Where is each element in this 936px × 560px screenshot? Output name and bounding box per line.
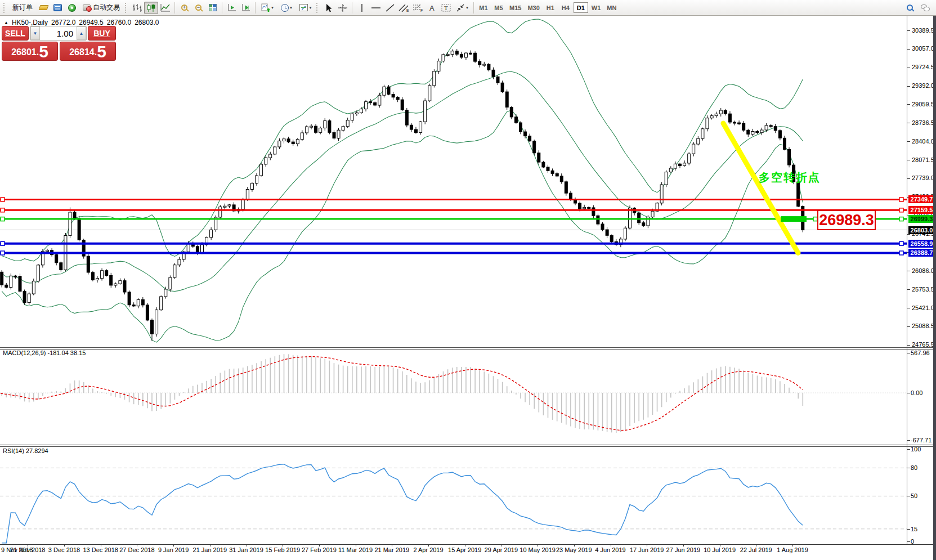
price-tick-label: 28736.5	[912, 119, 934, 126]
template-icon[interactable]: ▾	[296, 2, 315, 14]
price-level-label: 26388.7	[908, 249, 935, 257]
cursor-icon[interactable]	[321, 2, 335, 14]
panel-divider[interactable]	[0, 347, 936, 348]
toolbar-separator	[352, 2, 352, 14]
timeframe-w1[interactable]: W1	[589, 2, 604, 13]
price-tick-label: 30389.5	[912, 27, 934, 34]
price-tick	[907, 49, 910, 50]
channel-icon[interactable]: E	[397, 2, 411, 14]
timeframe-m1[interactable]: M1	[476, 2, 491, 13]
buy-button[interactable]: BUY	[88, 26, 116, 41]
auto-trading-button[interactable]: 自动交易	[79, 2, 124, 14]
sell-price-panel[interactable]: 26801.5	[2, 42, 58, 61]
ohlc-close: 26803.0	[135, 19, 159, 26]
price-callout-box[interactable]: 26989.3	[817, 210, 876, 230]
price-tick	[907, 308, 910, 308]
price-chart[interactable]	[0, 16, 936, 545]
fibonacci-icon[interactable]: F	[411, 2, 425, 14]
macd-tick	[907, 353, 910, 353]
rsi-label: RSI(14) 27.8294	[3, 447, 48, 454]
vertical-line-icon[interactable]	[355, 2, 369, 14]
volume-input[interactable]: 1.00	[40, 26, 77, 40]
add-indicator-icon[interactable]: ▾	[258, 2, 277, 14]
auto-scroll-icon[interactable]	[225, 2, 239, 14]
search-icon[interactable]	[903, 2, 917, 14]
timeframe-m5[interactable]: M5	[491, 2, 506, 13]
timeframe-d1[interactable]: D1	[574, 2, 588, 13]
price-tick-label: 28071.5	[912, 156, 934, 163]
signal-icon[interactable]	[65, 2, 79, 14]
volume-increase-button[interactable]: ▲	[77, 26, 86, 40]
svg-text:F: F	[420, 8, 423, 12]
chat-icon[interactable]	[917, 2, 934, 14]
date-tick-label: 17 Jun 2019	[630, 546, 664, 553]
timeframe-h1[interactable]: H1	[543, 2, 558, 13]
price-tick-label: 26086.0	[912, 267, 934, 274]
text-label-glyph: T	[441, 3, 451, 12]
chart-window[interactable]: ▲ HK50-,Daily 26772.0 26949.5 26760.0 26…	[0, 16, 936, 560]
timeframe-m15[interactable]: M15	[507, 2, 524, 13]
timeframe-h4[interactable]: H4	[558, 2, 573, 13]
date-tick-label: 21 Jan 2019	[193, 546, 227, 553]
bar-chart-glyph	[132, 3, 142, 12]
ohlc-open: 26772.0	[51, 19, 75, 26]
date-tick-label: 13 Dec 2018	[83, 546, 118, 553]
zoom-out-icon[interactable]: −	[191, 2, 205, 14]
line-chart-icon[interactable]	[158, 2, 172, 14]
date-tick-label: 27 Jun 2019	[666, 546, 701, 553]
date-tick-label: 22 Jul 2019	[740, 546, 772, 553]
crosshair-icon[interactable]	[335, 2, 350, 14]
new-order-button[interactable]: 新订单	[8, 2, 37, 14]
volume-decrease-button[interactable]: ▼	[30, 26, 40, 40]
date-tick-label: 23 May 2019	[556, 546, 592, 553]
sell-button[interactable]: SELL	[2, 26, 29, 41]
shapes-icon[interactable]: ▾	[453, 2, 471, 14]
text-label-icon[interactable]: T	[439, 2, 453, 14]
buy-price-pip: 5	[97, 44, 106, 60]
macd-tick	[907, 393, 910, 393]
turning-point-annotation: 多空转折点	[759, 170, 821, 185]
date-tick-label: 4 Jun 2019	[595, 546, 625, 553]
toolbar-separator	[222, 2, 222, 14]
period-clock-icon[interactable]: ▾	[277, 2, 296, 14]
text-icon[interactable]: A	[425, 2, 439, 14]
bar-chart-icon[interactable]	[130, 2, 144, 14]
price-tick	[907, 160, 910, 160]
market-watch-icon[interactable]	[51, 2, 65, 14]
toolbar-separator	[255, 2, 256, 14]
chart-shift-icon[interactable]	[239, 2, 253, 14]
channel-glyph: E	[398, 3, 410, 12]
chart-shift-glyph	[241, 3, 251, 12]
date-tick-label: 9 Jan 2019	[158, 546, 189, 553]
charts-icon[interactable]	[37, 2, 51, 14]
auto-trading-label: 自动交易	[93, 3, 120, 12]
candlestick-icon[interactable]	[144, 2, 158, 14]
timeframe-mn[interactable]: MN	[604, 2, 619, 13]
date-tick-label: 10 Jul 2019	[704, 546, 736, 553]
cursor-glyph	[324, 3, 333, 12]
toolbar-separator	[174, 2, 175, 14]
price-tick	[907, 326, 910, 327]
panel-divider[interactable]	[0, 445, 936, 445]
clock-glyph	[281, 4, 289, 12]
trendline-icon[interactable]	[383, 2, 397, 14]
sell-label: SELL	[5, 29, 25, 38]
magnifier-minus-glyph: −	[195, 5, 201, 11]
zoom-in-icon[interactable]: +	[177, 2, 191, 14]
vertical-line-glyph	[358, 3, 366, 12]
volume-spinner: ▼ 1.00 ▲	[30, 26, 87, 41]
timeframe-m30[interactable]: M30	[525, 2, 542, 13]
add-indicator-glyph	[261, 3, 270, 12]
panel-divider[interactable]	[0, 349, 936, 350]
panel-divider[interactable]	[0, 446, 936, 447]
price-level-label: 27349.7	[908, 195, 935, 203]
tile-windows-icon[interactable]	[205, 2, 220, 14]
horizontal-line-icon[interactable]	[369, 2, 383, 14]
buy-price-panel[interactable]: 26814.5	[60, 42, 116, 61]
rsi-tick	[907, 529, 910, 530]
price-level-label: 26999.3	[908, 215, 935, 223]
price-tick	[907, 141, 910, 142]
price-level-label: 27159.5	[908, 206, 935, 214]
symbol-triangle-icon: ▲	[4, 20, 8, 25]
price-tick	[907, 234, 910, 235]
